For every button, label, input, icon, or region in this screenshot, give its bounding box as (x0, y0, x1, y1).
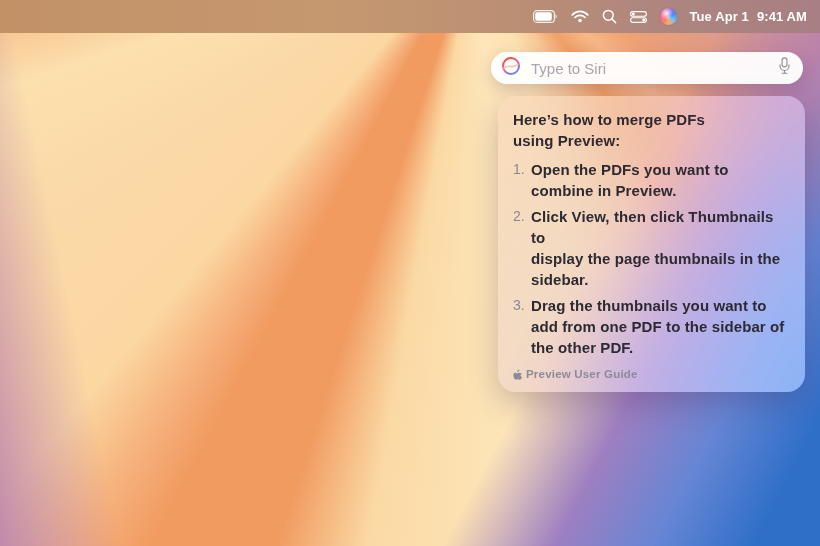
desktop-screen: Tue Apr 1 9:41 AM (0, 0, 820, 546)
list-item: 2. Click View, then click Thumbnails to … (513, 206, 789, 290)
response-title: Here’s how to merge PDFs using Preview: (513, 109, 789, 151)
control-center-icon[interactable] (630, 11, 647, 23)
step-text: Open the PDFs you want to combine in Pre… (531, 159, 729, 201)
preview-user-guide-link[interactable]: Preview User Guide (513, 368, 789, 380)
menu-bar-time: 9:41 AM (757, 9, 807, 24)
siri-glyph-icon (501, 56, 521, 80)
source-link-label: Preview User Guide (526, 368, 638, 380)
menu-bar-date: Tue Apr 1 (690, 9, 749, 24)
type-to-siri-field[interactable] (491, 52, 803, 84)
battery-icon[interactable] (533, 10, 558, 23)
menu-bar: Tue Apr 1 9:41 AM (0, 0, 820, 33)
siri-response-card: Here’s how to merge PDFs using Preview: … (498, 96, 805, 392)
search-icon[interactable] (602, 9, 617, 24)
step-number: 3. (513, 295, 531, 316)
list-item: 1. Open the PDFs you want to combine in … (513, 159, 789, 201)
menu-bar-clock[interactable]: Tue Apr 1 9:41 AM (690, 9, 808, 24)
list-item: 3. Drag the thumbnails you want to add f… (513, 295, 789, 358)
wifi-icon[interactable] (571, 10, 589, 23)
step-number: 2. (513, 206, 531, 227)
step-text: Click View, then click Thumbnails to dis… (531, 206, 789, 290)
siri-text-input[interactable] (529, 59, 770, 78)
step-text: Drag the thumbnails you want to add from… (531, 295, 784, 358)
apple-logo-icon (513, 369, 522, 380)
step-number: 1. (513, 159, 531, 180)
microphone-icon[interactable] (778, 57, 791, 79)
siri-icon[interactable] (660, 8, 677, 25)
response-steps-list: 1. Open the PDFs you want to combine in … (513, 159, 789, 358)
